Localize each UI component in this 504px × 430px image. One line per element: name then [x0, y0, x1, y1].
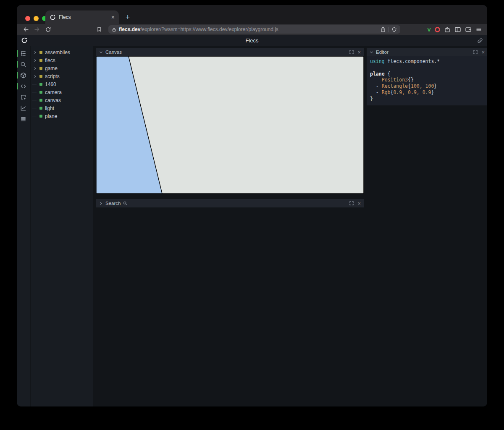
sidebar-item-tree[interactable] — [17, 48, 30, 59]
entity-tree: assemblies flecs game — [31, 46, 93, 406]
sidebar-item-search[interactable] — [17, 59, 30, 70]
forward-button[interactable] — [33, 25, 41, 34]
tree-row-lead — [34, 112, 38, 120]
chevron-down-icon — [370, 50, 373, 54]
cube-icon — [20, 72, 26, 79]
sidebar-item-inspect[interactable] — [17, 92, 30, 102]
close-panel-button[interactable]: × — [357, 201, 361, 206]
tree-row[interactable]: game — [31, 64, 93, 72]
tree-row[interactable]: canvas — [31, 96, 93, 104]
fullscreen-icon[interactable] — [473, 50, 478, 54]
expand-button[interactable] — [99, 202, 103, 205]
browser-menu-button[interactable] — [475, 26, 482, 33]
close-panel-button[interactable]: × — [357, 50, 361, 55]
tree-guide-line — [32, 84, 37, 84]
entity-color-dot — [39, 99, 42, 102]
close-panel-button[interactable]: × — [481, 50, 485, 55]
link-icon — [477, 38, 483, 44]
inspect-cursor-icon — [20, 94, 26, 100]
address-bar[interactable]: flecs.dev/explorer/?wasm=https://www.fle… — [108, 25, 400, 34]
app-header: Flecs — [17, 35, 487, 46]
puzzle-icon — [444, 26, 451, 33]
tree-guide-line — [32, 100, 37, 100]
sidebar-panel-icon — [454, 26, 461, 33]
tree-row[interactable]: scripts — [31, 72, 93, 80]
search-icon — [20, 61, 26, 68]
entity-color-dot — [39, 91, 42, 94]
tree-guide-line — [32, 92, 37, 92]
page-title: Flecs — [17, 37, 487, 44]
fullscreen-icon[interactable] — [349, 50, 354, 54]
entity-color-dot — [39, 51, 42, 54]
collapse-button[interactable] — [99, 50, 103, 54]
extensions-button[interactable] — [444, 26, 451, 33]
content-area: Canvas × Search — [94, 46, 487, 406]
hamburger-menu-icon — [475, 26, 482, 33]
sidebar-toggle-button[interactable] — [454, 26, 461, 33]
entity-tree-icon — [20, 50, 26, 57]
search-panel: Search × — [96, 199, 364, 207]
entity-color-dot — [39, 115, 42, 118]
search-glyph — [123, 201, 127, 205]
share-link-button[interactable] — [477, 38, 483, 44]
window-controls — [25, 16, 47, 21]
editor-code[interactable]: using flecs.components.* plane { - Posit… — [367, 56, 487, 105]
chevron-right-icon — [34, 59, 37, 62]
shield-button[interactable] — [391, 27, 397, 32]
extensions-area: V — [427, 26, 482, 33]
canvas-panel-header[interactable]: Canvas × — [96, 48, 364, 56]
reload-button[interactable] — [44, 25, 52, 34]
panel-title: Canvas — [105, 50, 122, 55]
tree-row[interactable]: flecs — [31, 56, 93, 64]
lock-icon — [112, 27, 116, 32]
forward-arrow-icon — [34, 26, 40, 33]
close-window-button[interactable] — [25, 16, 30, 21]
tree-row[interactable]: camera — [31, 88, 93, 96]
tree-row[interactable]: assemblies — [31, 48, 93, 56]
tree-item-label: camera — [45, 89, 62, 95]
reload-icon — [45, 26, 51, 33]
tree-row-lead — [34, 64, 38, 72]
new-tab-button[interactable]: + — [123, 12, 133, 22]
tab-strip: Flecs × + — [17, 5, 487, 24]
search-panel-header[interactable]: Search × — [96, 199, 364, 207]
browser-tab[interactable]: Flecs × — [45, 10, 119, 24]
panel-title: Editor — [376, 50, 388, 55]
panel-actions: × — [473, 50, 485, 55]
extension-red-button[interactable] — [435, 27, 440, 32]
tree-row[interactable]: light — [31, 104, 93, 112]
wallet-button[interactable] — [465, 26, 472, 33]
chevron-right-icon — [34, 75, 37, 78]
tree-row[interactable]: plane — [31, 112, 93, 120]
chevron-right-icon — [34, 51, 37, 54]
tree-row[interactable]: 1460 — [31, 80, 93, 88]
minimize-window-button[interactable] — [34, 16, 39, 21]
tree-item-label: canvas — [45, 97, 61, 103]
rows-icon — [20, 116, 26, 122]
entity-color-dot — [39, 107, 42, 110]
sidebar-item-entities[interactable] — [17, 70, 30, 81]
stats-chart-icon — [20, 105, 26, 111]
tree-row-lead — [34, 56, 38, 64]
url-domain: flecs.dev — [119, 26, 140, 32]
back-button[interactable] — [22, 25, 30, 34]
sidebar-item-code[interactable] — [17, 81, 30, 92]
tree-row-lead — [34, 48, 38, 56]
tree-item-label: game — [45, 66, 58, 71]
sidebar-item-rows[interactable] — [17, 113, 30, 124]
panel-actions: × — [349, 201, 361, 206]
tree-item-label: plane — [45, 113, 57, 119]
extension-v-button[interactable]: V — [427, 26, 431, 33]
sidebar-item-stats[interactable] — [17, 102, 30, 113]
collapse-button[interactable] — [370, 50, 373, 54]
panel-title: Search — [105, 201, 121, 206]
share-button[interactable] — [380, 26, 386, 32]
bookmark-button[interactable] — [95, 25, 103, 34]
editor-panel-header[interactable]: Editor × — [367, 48, 487, 56]
browser-toolbar: flecs.dev/explorer/?wasm=https://www.fle… — [17, 24, 487, 35]
back-arrow-icon — [23, 26, 29, 33]
tab-close-button[interactable]: × — [111, 14, 115, 20]
canvas-3d-viewport[interactable] — [96, 56, 364, 194]
fullscreen-icon[interactable] — [349, 201, 354, 205]
code-icon — [20, 83, 26, 89]
